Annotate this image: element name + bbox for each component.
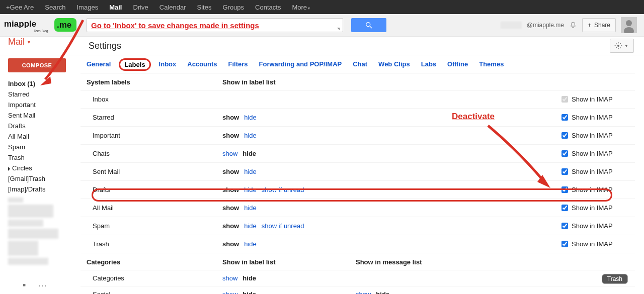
- tab-themes[interactable]: Themes: [479, 60, 504, 69]
- gbar-item[interactable]: Drive: [133, 4, 148, 11]
- imap-label: Show in IMAP: [572, 168, 613, 175]
- svg-text:.me: .me: [57, 20, 71, 30]
- user-email: @miapple.me: [527, 22, 564, 29]
- col-showmsg: Show in message list: [356, 258, 422, 266]
- gbar-item[interactable]: Calendar: [159, 4, 186, 11]
- hide-link[interactable]: hide: [243, 290, 256, 294]
- show-controls: showhide: [222, 150, 356, 157]
- svg-point-6: [617, 45, 619, 47]
- imap-checkbox[interactable]: [561, 205, 568, 211]
- show-link[interactable]: show: [222, 114, 239, 121]
- tab-offline[interactable]: Offline: [447, 60, 468, 69]
- imap-checkbox[interactable]: [561, 186, 568, 193]
- imap-label: Show in IMAP: [572, 204, 613, 212]
- site-logo: miapple .me Tech.Blog: [4, 14, 84, 37]
- nav-spam[interactable]: Spam: [8, 142, 80, 152]
- bell-icon[interactable]: [569, 21, 577, 29]
- show-controls: showhide: [222, 240, 356, 248]
- imap-control: Show in IMAP: [559, 221, 635, 231]
- nav-trash[interactable]: Trash: [8, 152, 80, 163]
- hangouts-icon[interactable]: ▪: [23, 280, 26, 291]
- show-if-unread-link[interactable]: show if unread: [262, 222, 304, 230]
- label-name: Inbox: [93, 95, 222, 103]
- nav-starred[interactable]: Starred: [8, 89, 80, 100]
- nav-inbox[interactable]: Inbox (1): [8, 78, 80, 89]
- show-link[interactable]: show: [222, 204, 239, 212]
- tab-forwarding[interactable]: Forwarding and POP/IMAP: [259, 60, 342, 69]
- hide-link[interactable]: hide: [243, 150, 256, 157]
- gbar-item[interactable]: Contacts: [255, 4, 281, 11]
- tab-inbox[interactable]: Inbox: [159, 60, 177, 69]
- blurred-labels: [8, 198, 80, 265]
- nav-drafts[interactable]: Drafts: [8, 121, 80, 131]
- imap-checkbox[interactable]: [561, 132, 568, 139]
- imap-checkbox[interactable]: [561, 96, 568, 103]
- gbar-item-more[interactable]: More▾: [292, 4, 310, 11]
- avatar[interactable]: [621, 17, 637, 33]
- col-showlist: Show in label list: [222, 78, 356, 86]
- show-link[interactable]: show: [356, 290, 371, 294]
- show-link[interactable]: show: [222, 222, 239, 230]
- hide-link[interactable]: hide: [244, 168, 257, 175]
- show-link[interactable]: show: [222, 240, 239, 248]
- imap-checkbox[interactable]: [561, 150, 568, 157]
- show-link[interactable]: show: [222, 132, 239, 139]
- more-icon[interactable]: ⋯: [38, 280, 47, 291]
- show-if-unread-link[interactable]: show if unread: [262, 186, 304, 193]
- nav-gmail-trash[interactable]: [Gmail]Trash: [8, 173, 80, 184]
- gbar-item[interactable]: Groups: [222, 4, 244, 11]
- gbar-item[interactable]: Images: [77, 4, 99, 11]
- hide-link[interactable]: hide: [244, 186, 257, 193]
- tab-labels[interactable]: Labels: [119, 58, 150, 71]
- settings-content: General Labels Inbox Accounts Filters Fo…: [80, 55, 644, 294]
- imap-checkbox[interactable]: [561, 241, 568, 247]
- mail-dropdown[interactable]: Mail▼: [8, 37, 31, 47]
- nav-sent[interactable]: Sent Mail: [8, 110, 80, 121]
- gbar-item[interactable]: +Gee Are: [6, 4, 34, 11]
- label-row: Inbox Show in IMAP: [80, 90, 635, 109]
- share-button[interactable]: + Share: [582, 18, 616, 32]
- gbar-item[interactable]: Search: [45, 4, 65, 11]
- nav-imap-drafts[interactable]: [Imap]/Drafts: [8, 184, 80, 194]
- label-row: All Mail showhide Show in IMAP: [80, 199, 635, 217]
- nav-important[interactable]: Important: [8, 100, 80, 110]
- label-row: Drafts showhideshow if unread Show in IM…: [80, 181, 635, 199]
- imap-label: Show in IMAP: [572, 132, 613, 139]
- hide-link[interactable]: hide: [244, 240, 257, 248]
- tab-chat[interactable]: Chat: [353, 60, 367, 69]
- imap-control: Show in IMAP: [559, 167, 635, 176]
- search-button[interactable]: [351, 18, 386, 32]
- search-input[interactable]: Go to 'Inbox' to save changes made in se…: [87, 18, 343, 32]
- show-link[interactable]: show: [222, 168, 239, 175]
- category-row: Social showhide showhide: [80, 286, 635, 294]
- hide-link[interactable]: hide: [244, 132, 257, 139]
- imap-control: Show in IMAP: [559, 149, 635, 158]
- tab-filters[interactable]: Filters: [228, 60, 248, 69]
- imap-checkbox[interactable]: [561, 114, 568, 121]
- imap-checkbox[interactable]: [561, 168, 568, 175]
- hide-link[interactable]: hide: [243, 274, 256, 282]
- show-link[interactable]: show: [222, 150, 237, 157]
- show-link[interactable]: show: [222, 290, 237, 294]
- tab-labs[interactable]: Labs: [421, 60, 436, 69]
- nav-circles[interactable]: Circles: [8, 163, 80, 173]
- svg-text:Tech.Blog: Tech.Blog: [34, 29, 48, 33]
- hide-link[interactable]: hide: [244, 204, 257, 212]
- compose-button[interactable]: COMPOSE: [8, 58, 66, 72]
- hide-link[interactable]: hide: [376, 290, 389, 294]
- tab-webclips[interactable]: Web Clips: [378, 60, 410, 69]
- gbar-item-mail[interactable]: Mail: [109, 4, 122, 11]
- nav-allmail[interactable]: All Mail: [8, 131, 80, 142]
- gbar-item[interactable]: Sites: [197, 4, 212, 11]
- settings-gear-button[interactable]: ▼: [610, 39, 634, 53]
- show-link[interactable]: show: [222, 274, 237, 282]
- show-controls: showhide: [222, 274, 356, 282]
- imap-checkbox[interactable]: [561, 223, 568, 229]
- show-link[interactable]: show: [222, 186, 239, 193]
- hide-link[interactable]: hide: [244, 114, 257, 121]
- hide-link[interactable]: hide: [244, 222, 257, 230]
- label-name: Starred: [93, 114, 222, 121]
- google-top-bar: +Gee Are Search Images Mail Drive Calend…: [0, 0, 644, 14]
- tab-general[interactable]: General: [87, 60, 111, 69]
- tab-accounts[interactable]: Accounts: [187, 60, 217, 69]
